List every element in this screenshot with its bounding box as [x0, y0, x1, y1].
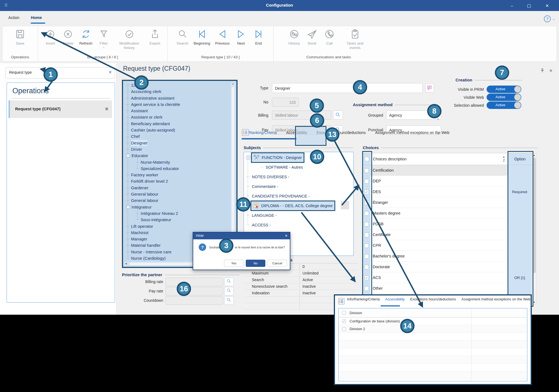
dialog-close-icon[interactable]: ✕ [285, 232, 288, 239]
choices-row[interactable]: Bachelor's degree [363, 251, 537, 262]
tree-item[interactable]: Sous-intégrateur [124, 216, 230, 223]
lookup-button[interactable] [224, 278, 234, 286]
subject-item[interactable]: DIPLOMA - - DES, ACS, College degree [245, 201, 352, 210]
choices-row[interactable]: Doctorate [363, 262, 537, 272]
tree-item[interactable]: Intégrateur Niveau 2 [124, 210, 230, 216]
tree-item[interactable]: Designer [124, 140, 230, 146]
ribbon-button[interactable]: Call [321, 28, 338, 46]
tree-item[interactable]: Chef [124, 133, 230, 139]
toggle[interactable]: Active [487, 94, 521, 101]
choices-row[interactable]: Certificate [363, 229, 537, 240]
division-row[interactable] [339, 356, 527, 364]
tree-item[interactable]: Cashier (auto-assigned) [124, 127, 230, 133]
choices-row[interactable]: DES Required [363, 187, 537, 197]
row-checkbox[interactable] [364, 265, 369, 269]
dialog-button[interactable]: Yes [224, 260, 244, 267]
dialog-button[interactable]: Cancel [268, 260, 287, 267]
row-checkbox[interactable] [342, 327, 346, 331]
menu-handle-icon[interactable]: ≡ [105, 106, 108, 112]
menu-action[interactable]: Action [8, 15, 19, 20]
ribbon-button[interactable]: History [285, 28, 303, 46]
division-row[interactable] [339, 333, 527, 341]
scroll-down-icon[interactable]: ▼ [532, 301, 536, 304]
row-checkbox[interactable] [364, 211, 369, 216]
row-checkbox[interactable] [364, 201, 369, 205]
tree-item[interactable]: General labour [124, 197, 230, 204]
scrollbar-thumb[interactable] [533, 158, 536, 273]
ribbon-button[interactable]: Previous [213, 28, 232, 46]
ribbon-button[interactable]: Next [232, 28, 250, 46]
tab[interactable]: Assignment method exceptions on the Web [462, 297, 531, 301]
collapse-icon[interactable] [126, 154, 130, 157]
division-row[interactable]: Configuration de base (division) [339, 317, 527, 325]
tab[interactable]: Accessibility [286, 130, 307, 135]
chevron-down-icon[interactable]: ⌄ [552, 17, 555, 21]
ribbon-button[interactable]: Delete [59, 28, 77, 46]
ribbon-button[interactable]: Refresh [77, 28, 95, 46]
division-row[interactable] [339, 364, 527, 371]
clear-search-icon[interactable]: ✕ [108, 70, 112, 75]
scroll-up-icon[interactable]: ▲ [231, 82, 235, 85]
division-table-header[interactable]: Division [339, 308, 527, 317]
row-checkbox[interactable] [364, 179, 369, 183]
pin-icon[interactable] [540, 68, 545, 73]
toggle[interactable]: Active [487, 102, 521, 109]
row-checkbox[interactable] [364, 286, 369, 291]
row-checkbox[interactable] [364, 276, 369, 280]
menu-home[interactable]: Home [31, 15, 42, 20]
select-all-checkbox[interactable] [342, 311, 346, 315]
scroll-up-icon[interactable]: ▲ [532, 154, 536, 157]
close-panel-icon[interactable]: ✕ [549, 68, 553, 73]
option-column-header[interactable]: Option [508, 153, 532, 165]
subject-item[interactable]: SOFTWARE - Autres [245, 162, 352, 172]
dialog-title-bar[interactable]: PRIM [193, 232, 290, 239]
choices-row[interactable]: ACS OR [1] [363, 272, 537, 283]
row-checkbox[interactable] [342, 319, 346, 323]
row-checkbox[interactable] [364, 222, 369, 226]
tree-item[interactable]: Assistant or clerk [124, 114, 230, 120]
choices-row[interactable]: Certification [363, 165, 537, 176]
subject-item[interactable]: NOTES DIVERSES - [245, 172, 352, 182]
toggle[interactable]: Active [487, 86, 521, 93]
minimize-button[interactable]: – [506, 2, 518, 9]
billing-search-button[interactable] [333, 111, 343, 120]
collapse-icon[interactable] [126, 205, 130, 209]
subject-item[interactable]: ACCESS - [245, 220, 352, 230]
division-row[interactable]: Division 2 [339, 325, 527, 333]
ribbon-button[interactable]: End [250, 28, 267, 46]
ribbon-button[interactable]: Modification history [113, 28, 146, 50]
input[interactable] [165, 287, 223, 295]
tree-item[interactable]: Nurse-Maternity [124, 159, 230, 165]
input[interactable] [165, 278, 223, 286]
collapse-icon[interactable] [247, 156, 250, 159]
tree-item[interactable]: Lift operator [124, 223, 230, 229]
type-input[interactable]: Designer [272, 83, 423, 93]
tab[interactable]: Info/Ranking/Criteria [347, 297, 380, 301]
search-input[interactable]: Request type ✕ [6, 67, 115, 79]
row-checkbox[interactable] [364, 254, 369, 259]
tree-item[interactable]: Driver [124, 146, 230, 152]
tab[interactable]: Accessibility [385, 297, 405, 301]
maximize-button[interactable]: ▢ [523, 2, 535, 9]
dialog-button[interactable]: No [246, 260, 265, 267]
tree-item[interactable]: Agent service à la clientèle [124, 101, 230, 108]
tab[interactable]: Assignment method exceptions on the Web [375, 130, 449, 135]
row-checkbox[interactable] [364, 190, 369, 194]
ribbon-button[interactable]: Search [174, 28, 191, 46]
comment-button[interactable] [425, 84, 434, 92]
close-button[interactable]: ✕ [541, 2, 553, 9]
subject-item[interactable]: Commentaire - [245, 182, 352, 191]
choices-row[interactable]: Masters degree [363, 208, 537, 219]
division-row[interactable] [339, 379, 527, 381]
ribbon-button[interactable]: Export [146, 28, 164, 46]
help-icon[interactable]: ? [544, 15, 551, 22]
tree-item[interactable]: Beneficiary attendant [124, 120, 230, 127]
tree-item[interactable]: Gardener [124, 185, 230, 191]
subject-item[interactable]: FUNCTION - Designer [245, 153, 352, 162]
lookup-button[interactable] [224, 287, 234, 295]
tree-item[interactable]: Forklift driver level 2 [124, 178, 230, 184]
tree-item[interactable]: Intégrateur [124, 204, 230, 210]
tab[interactable]: Exceptions hours/deductions [410, 297, 456, 301]
ribbon-button[interactable]: Save [11, 28, 29, 46]
choices-row[interactable]: DEP [363, 176, 537, 187]
